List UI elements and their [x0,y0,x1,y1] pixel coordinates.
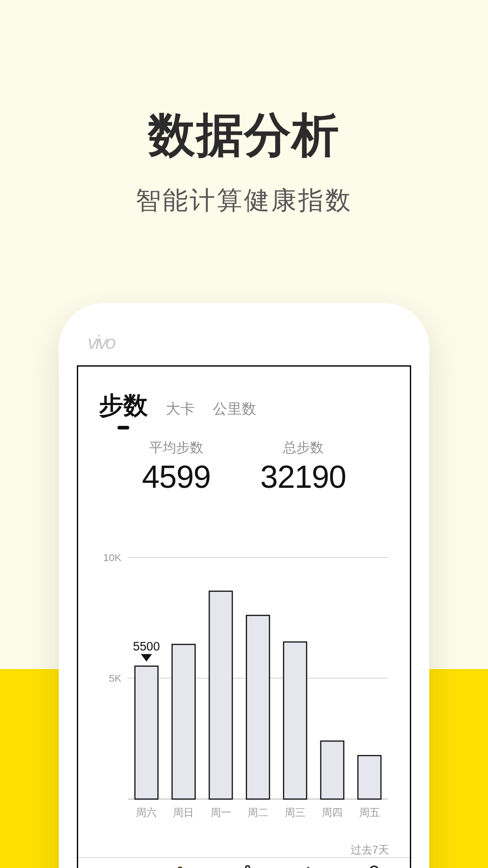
page-title: 数据分析 [0,104,488,167]
page-header: 数据分析 智能计算健康指数 [0,0,488,218]
steps-chart: 5K10K周六5500周日周一周二周三周四周五 [95,531,393,835]
tab-calories[interactable]: 大卡 [166,399,195,419]
bottom-nav: 发现 分析 运动 目标 我的 [78,857,410,868]
svg-rect-8 [172,644,195,799]
svg-rect-12 [246,615,269,799]
svg-rect-10 [209,591,232,799]
stat-average-label: 平均步数 [142,439,211,457]
svg-rect-5 [135,666,158,799]
tab-steps[interactable]: 步数 [99,389,148,422]
stat-total-label: 总步数 [260,439,346,457]
svg-text:周六: 周六 [136,807,157,818]
nav-mine[interactable]: 我的 [365,865,383,868]
svg-text:周五: 周五 [359,807,380,818]
svg-rect-14 [284,642,307,799]
runner-icon [237,865,253,868]
svg-point-27 [370,866,378,868]
svg-point-25 [246,866,249,868]
svg-rect-18 [358,755,381,799]
planet-icon [105,866,125,868]
stat-total: 总步数 32190 [260,439,346,495]
nav-discover[interactable]: 发现 [105,866,125,868]
person-icon [366,865,382,868]
stats-row: 平均步数 4599 总步数 32190 [78,439,410,495]
stat-total-value: 32190 [260,459,346,495]
phone-brand: vivo [88,332,411,354]
app-screen: 步数 大卡 公里数 平均步数 4599 总步数 32190 5K10K周六550… [77,365,411,868]
svg-rect-16 [321,741,344,799]
nav-analyze[interactable]: 分析 [171,866,189,868]
svg-text:周四: 周四 [322,807,343,818]
svg-text:10K: 10K [103,552,121,563]
stat-average: 平均步数 4599 [142,439,211,495]
svg-text:周一: 周一 [211,807,231,818]
metric-tabs: 步数 大卡 公里数 [78,367,410,422]
tab-km[interactable]: 公里数 [213,399,256,419]
nav-goals[interactable]: 目标 [300,866,319,868]
nav-sport[interactable]: 运动 [236,865,254,868]
chart-period-label: 过去7天 [78,843,389,857]
svg-text:周三: 周三 [285,807,305,818]
stat-average-value: 4599 [142,459,211,495]
tag-icon [301,866,318,868]
svg-text:周二: 周二 [248,807,268,818]
page-subtitle: 智能计算健康指数 [0,184,488,218]
svg-text:5K: 5K [109,673,122,684]
svg-text:周日: 周日 [173,807,194,818]
bar-chart-icon [171,866,189,868]
svg-text:5500: 5500 [133,640,160,653]
phone-mock: vivo 步数 大卡 公里数 平均步数 4599 总步数 32190 5K10K… [59,303,429,868]
